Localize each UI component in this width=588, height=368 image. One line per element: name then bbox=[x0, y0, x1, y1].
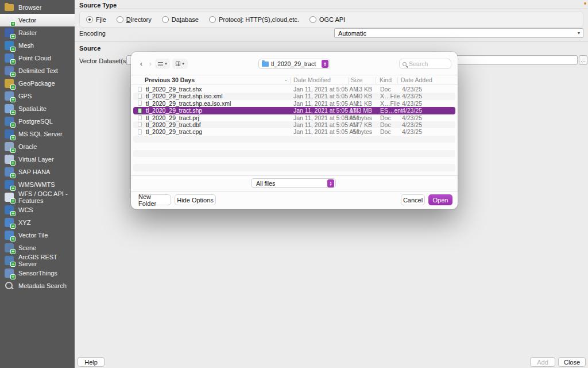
empty-row[interactable] bbox=[133, 157, 455, 164]
radio-file[interactable]: File bbox=[86, 16, 106, 23]
chevron-down-icon: ▾ bbox=[182, 62, 184, 66]
sidebar-item-ms-sql-server[interactable]: + MS SQL Server bbox=[0, 128, 75, 140]
sidebar-item-label: WMS/WMTS bbox=[18, 181, 55, 188]
empty-row[interactable] bbox=[133, 164, 455, 171]
sidebar-item-xyz[interactable]: + XYZ bbox=[0, 216, 75, 229]
file-row[interactable]: tl_2020_29_tract.shp.iso.xml Jan 11, 202… bbox=[133, 93, 455, 99]
empty-row[interactable] bbox=[133, 136, 455, 143]
sidebar-item-vector[interactable]: V+ Vector bbox=[0, 14, 75, 26]
sidebar-item-arcgis-rest-server[interactable]: + ArcGIS REST Server bbox=[0, 254, 75, 267]
sidebar-item-spatialite[interactable]: + SpatiaLite bbox=[0, 102, 75, 115]
view-options-button[interactable]: ▾ bbox=[172, 59, 188, 69]
column-header-date-added[interactable]: Date Added bbox=[401, 76, 432, 83]
file-kind: Doc bbox=[380, 86, 391, 93]
add-badge-icon: + bbox=[10, 21, 16, 26]
add-badge-icon: + bbox=[10, 85, 16, 90]
file-list-header: Previous 30 Days ⌄ Date Modified Size Ki… bbox=[131, 75, 458, 85]
open-button[interactable]: Open bbox=[428, 194, 452, 205]
sidebar-item-sap-hana[interactable]: + SAP HANA bbox=[0, 166, 75, 178]
sidebar-item-oracle[interactable]: + Oracle bbox=[0, 140, 75, 153]
file-type-filter-select[interactable]: All files ▲▼ bbox=[251, 178, 336, 188]
file-row[interactable]: tl_2020_29_tract.shx Jan 11, 2021 at 5:0… bbox=[133, 86, 455, 93]
doc-file-icon bbox=[138, 129, 142, 135]
sidebar-item-wfs-ogc-api-features[interactable]: + WFS / OGC API - Features bbox=[0, 191, 75, 204]
file-row[interactable]: tl_2020_29_tract.cpg Jan 11, 2021 at 5:0… bbox=[133, 128, 455, 135]
current-folder-select[interactable]: tl_2020_29_tract ▲▼ bbox=[258, 59, 330, 69]
radio-protocol-http-s-cloud-etc[interactable]: Protocol: HTTP(S),cloud,etc. bbox=[209, 16, 299, 23]
encoding-select[interactable]: Automatic ▾ bbox=[334, 28, 583, 38]
radio-icon bbox=[86, 16, 93, 23]
add-badge-icon: + bbox=[10, 224, 16, 229]
back-button[interactable]: ‹ bbox=[137, 59, 146, 69]
sidebar-item-label: Delimited Text bbox=[18, 67, 58, 74]
sidebar-item-label: WCS bbox=[18, 206, 33, 213]
radio-label: Database bbox=[172, 16, 199, 23]
shapefile-icon bbox=[138, 108, 142, 113]
sidebar-item-wms-wmts[interactable]: + WMS/WMTS bbox=[0, 178, 75, 191]
cancel-button[interactable]: Cancel bbox=[401, 194, 425, 205]
file-date-added: 4/23/25 bbox=[402, 100, 422, 107]
sidebar-item-postgresql[interactable]: + PostgreSQL bbox=[0, 115, 75, 128]
folder-icon bbox=[5, 3, 14, 12]
doc-file-icon bbox=[138, 122, 142, 127]
collapse-chevron-icon[interactable]: ⌄ bbox=[284, 76, 288, 82]
source-type-options: File Directory Database Protocol: HTTP(S… bbox=[79, 11, 583, 28]
add-button[interactable]: Add bbox=[530, 357, 555, 367]
sidebar-item-gps[interactable]: + GPS bbox=[0, 90, 75, 102]
file-size: 165 bytes bbox=[335, 114, 372, 121]
sidebar-item-virtual-layer[interactable]: + Virtual Layer bbox=[0, 153, 75, 166]
sidebar-item-label: MS SQL Server bbox=[18, 131, 63, 137]
empty-row[interactable] bbox=[133, 150, 455, 157]
new-folder-button[interactable]: New Folder bbox=[138, 194, 171, 205]
sidebar-item-raster[interactable]: + Raster bbox=[0, 26, 75, 39]
qgis-data-source-manager-window: Browser V+ Vector + Raster + Mesh + Poin… bbox=[0, 0, 588, 368]
radio-ogc-api[interactable]: OGC API bbox=[310, 16, 345, 23]
empty-row[interactable] bbox=[133, 143, 455, 150]
file-row[interactable]: tl_2020_29_tract.dbf Jan 11, 2021 at 5:0… bbox=[133, 121, 455, 128]
sidebar-item-label: GPS bbox=[18, 93, 32, 99]
file-row[interactable]: tl_2020_29_tract.shp Jan 11, 2021 at 5:0… bbox=[133, 107, 455, 114]
file-kind: X…File bbox=[380, 93, 400, 99]
nav-buttons: ‹ › bbox=[137, 59, 155, 69]
column-header-size[interactable]: Size bbox=[351, 76, 362, 83]
encoding-label: Encoding bbox=[79, 30, 106, 37]
help-button[interactable]: Help bbox=[78, 357, 105, 367]
sidebar-item-metadata-search[interactable]: Metadata Search bbox=[0, 279, 75, 292]
file-row[interactable]: tl_2020_29_tract.shp.ea.iso.xml Jan 11, … bbox=[133, 100, 455, 107]
current-folder-name: tl_2020_29_tract bbox=[271, 60, 316, 67]
forward-button[interactable]: › bbox=[146, 59, 155, 69]
column-header-date-modified[interactable]: Date Modified bbox=[293, 76, 331, 83]
file-size: 13 KB bbox=[335, 86, 372, 93]
sidebar-item-label: SpatiaLite bbox=[18, 105, 47, 112]
file-date-added: 4/23/25 bbox=[402, 93, 422, 99]
add-badge-icon: + bbox=[10, 148, 16, 153]
sidebar-item-point-cloud[interactable]: + Point Cloud bbox=[0, 52, 75, 64]
sidebar-item-wcs[interactable]: + WCS bbox=[0, 204, 75, 216]
file-kind: Doc bbox=[380, 114, 391, 121]
sidebar-item-scene[interactable]: + Scene bbox=[0, 241, 75, 254]
column-header-kind[interactable]: Kind bbox=[380, 76, 392, 83]
sidebar-item-browser[interactable]: Browser bbox=[0, 1, 75, 14]
file-row[interactable]: tl_2020_29_tract.prj Jan 11, 2021 at 5:0… bbox=[133, 114, 455, 121]
radio-database[interactable]: Database bbox=[162, 16, 199, 23]
browse-button[interactable]: … bbox=[579, 55, 587, 65]
file-date-added: 4/23/25 bbox=[402, 86, 422, 93]
sidebar-item-vector-tile[interactable]: + Vector Tile bbox=[0, 229, 75, 241]
sidebar-item-label: XYZ bbox=[18, 219, 30, 226]
add-badge-icon: + bbox=[10, 249, 16, 254]
hide-options-button[interactable]: Hide Options bbox=[175, 194, 216, 205]
empty-row[interactable] bbox=[133, 171, 455, 178]
mesh-icon: + bbox=[5, 41, 14, 50]
sidebar-item-mesh[interactable]: + Mesh bbox=[0, 39, 75, 52]
add-badge-icon: + bbox=[10, 122, 16, 128]
sidebar-item-label: Vector bbox=[18, 17, 36, 24]
search-input[interactable]: Search bbox=[399, 59, 451, 69]
close-button[interactable]: Close bbox=[558, 357, 586, 367]
sidebar-item-sensorthings[interactable]: + SensorThings bbox=[0, 267, 75, 279]
radio-directory[interactable]: Directory bbox=[117, 16, 152, 23]
metadata-search-icon bbox=[5, 281, 14, 290]
sidebar-item-geopackage[interactable]: + GeoPackage bbox=[0, 77, 75, 90]
doc-file-icon bbox=[138, 115, 142, 120]
list-view-button[interactable]: ▾ bbox=[155, 59, 170, 69]
sidebar-item-delimited-text[interactable]: + Delimited Text bbox=[0, 64, 75, 77]
